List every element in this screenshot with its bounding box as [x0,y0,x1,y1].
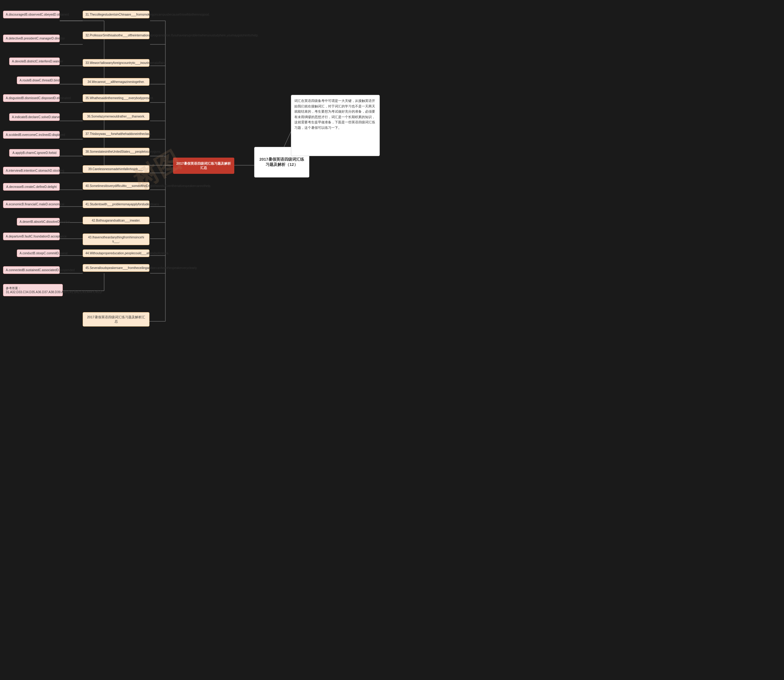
bottom-node: 2017暑假英语四级词汇练习题及解析汇总 [83,312,150,327]
question-node-41: 41.Studentswith___problemsmayapplyforstu… [83,200,150,208]
question-node-40: 40.Sometimesitisverydifficultto___someof… [83,182,150,190]
answer-node-42: A.desertB.absorbC.dissolveD.involve [17,218,60,225]
answer-node-37: A.scoldedB.overcomeC.inclinedD.displayed [3,131,60,139]
question-node-32: 32.ProfessorSmithisalsothe___oftheintern… [83,31,150,39]
question-node-33: 33.Wewon'tallowanyforeigncountryto___ino… [83,59,150,67]
question-node-38: 38.SomestatesintheUnitedStates___peoplet… [83,148,150,156]
answer-node-40: A.decreaseB.createC.defineD.delight [3,183,60,190]
question-node-45: 45.Severalloudspeakersare___fromtheceili… [83,264,150,272]
answer-node-44: A.conductB.stoopC.commitD.sweat [17,249,60,257]
answer-node-41: A.economicB.financialC.maleD.economical [3,200,60,208]
answer-node-43: A.departureB.faultC.foundationD.acceptan… [3,233,60,240]
answer-node-32: A.detectiveB.presidentC.managerD.directo… [3,35,60,42]
answer-node-39: A.interviewB.intentionC.stomachD.stockin… [3,167,60,175]
description-node: 词汇在英语四级备考中可谓是一大关键，从接触英语开始我们就在接触词汇，对于词汇的学… [291,95,380,156]
question-node-42: 42.Bothsugarandsaltcan___inwater. [83,217,150,224]
question-node-36: 36.Somelazymenwouldrather___thanwork. [83,113,150,120]
question-node-39: 39.Carelessnessmadehimfallinhisjob___. [83,165,150,173]
answer-node-34: A.routeB.drawC.threadD.bind [17,77,60,84]
answer-node-35: A.disgustedB.dismissedC.disposedD.elimin… [3,94,60,102]
question-node-34: 34.Wecannot___allthemagazinestogether. [83,78,150,86]
question-node-37: 37.Thisboywas___forwhatthehaddoneinthecl… [83,130,150,138]
answers-ref-node: 参考答案：31.A32.D33.C34.D35.A36.D37.A38.D39.… [3,284,63,296]
answer-node-45: A.connectedB.sustainedC.associatedD.susp… [3,266,60,274]
answer-node-31: A.discouragedB.observedC.obeyedD.obtaine… [3,11,60,18]
answer-node-38: A.applyB.charmC.ignoreD.forbid [9,149,60,157]
question-node-44: 44.Withoutapropereducation,peoplecould__… [83,249,150,257]
question-node-31: 31.ThecollegestudentsinChinaare___fromsm… [83,11,150,18]
answer-node-36: A.indicateB.declareC.solveD.starve [9,113,60,121]
question-node-35: 35.Whathesaidinthemeeting___everybodypre… [83,94,150,102]
question-node-43: 43.Ihavenotheardanythingfromhimsincehi s… [83,233,150,245]
center-node: 2017暑假英语四级词汇练习题及解析汇总 [173,157,234,174]
answer-node-33: A.devoteB.districtC.interfereD.wander [9,58,60,65]
